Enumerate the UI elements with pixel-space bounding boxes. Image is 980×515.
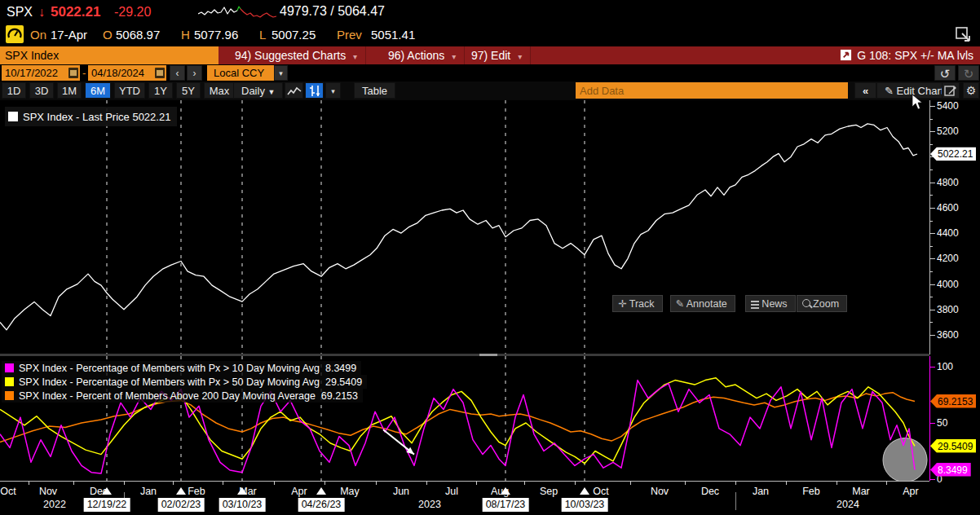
series-value-tag: 29.5409 xyxy=(930,439,976,453)
chart-toolbar: 1D3D1M6MYTD1Y5YMax Daily ▼ ▾ Table « ✎ E… xyxy=(0,81,980,100)
x-month-label: Oct xyxy=(0,486,15,497)
zoom-button[interactable]: Zoom xyxy=(797,295,847,312)
y-tick xyxy=(929,322,933,323)
chevron-down-icon: ▼ xyxy=(268,88,276,96)
lower-axis-spine xyxy=(929,356,930,481)
lower-legend-item-1[interactable]: SPX Index - Percentage of Members with P… xyxy=(2,361,361,375)
price-panel[interactable] xyxy=(0,100,929,354)
period-tab-5y[interactable]: 5Y xyxy=(176,82,201,99)
undo-button[interactable]: ↺ xyxy=(934,65,956,81)
y-tick xyxy=(929,297,933,297)
chevron-down-icon: ▾ xyxy=(353,52,357,61)
security-input[interactable] xyxy=(0,46,219,64)
bloomberg-terminal-window: SPX ↓ 5022.21 -29.20 4979.73 / 5064.47 O… xyxy=(0,0,980,515)
y-tick xyxy=(929,183,935,183)
range-separator: - xyxy=(82,67,86,79)
y-tick-label: 4000 xyxy=(937,279,959,290)
collapse-panel-button[interactable]: « xyxy=(854,82,876,99)
divider-handle[interactable] xyxy=(479,354,497,356)
period-tab-3d[interactable]: 3D xyxy=(29,82,54,99)
x-month-label: Jun xyxy=(393,486,409,497)
x-tick xyxy=(837,481,837,485)
event-date-box[interactable]: 02/02/23 xyxy=(158,498,205,512)
event-marker-icon[interactable] xyxy=(176,487,186,495)
event-marker-icon[interactable] xyxy=(316,487,326,495)
line-chart-type-button[interactable] xyxy=(285,82,303,99)
chevron-down-icon: ▾ xyxy=(452,52,456,61)
lower-legend-item-3[interactable]: SPX Index - Percent of Members Above 200… xyxy=(2,389,363,403)
panel-divider[interactable] xyxy=(0,354,929,356)
calendar-icon[interactable] xyxy=(155,68,165,78)
main-legend[interactable]: SPX Index - Last Price 5022.21 xyxy=(5,107,177,126)
event-date-box[interactable]: 03/10/23 xyxy=(219,498,266,512)
x-month-label: Nov xyxy=(651,486,669,497)
bid-ask: 4979.73 / 5064.47 xyxy=(280,4,385,19)
frequency-dropdown[interactable]: Daily ▼ xyxy=(233,82,283,99)
track-button[interactable]: ✛ Track xyxy=(612,295,663,312)
print-icon[interactable] xyxy=(955,26,973,46)
period-tab-1d[interactable]: 1D xyxy=(2,82,26,99)
x-year-label: 2022 xyxy=(43,499,66,510)
event-date-box[interactable]: 12/19/22 xyxy=(84,498,130,512)
period-tab-1m[interactable]: 1M xyxy=(57,82,82,99)
chart-type-caret-icon[interactable]: ▾ xyxy=(325,82,341,99)
y-tick xyxy=(929,284,935,285)
legend-swatch xyxy=(5,377,14,386)
event-date-box[interactable]: 08/17/23 xyxy=(483,498,529,512)
y-tick-label: 4200 xyxy=(937,253,959,264)
event-marker-icon[interactable] xyxy=(237,487,247,495)
news-button[interactable]: News xyxy=(745,295,796,312)
gear-icon[interactable]: ⚙ xyxy=(963,82,979,99)
on-label: On xyxy=(30,28,46,42)
chart-title: G 108: SPX +/- MA lvls xyxy=(840,46,973,64)
range-forward-button[interactable]: › xyxy=(187,65,202,81)
lower-legend-item-2[interactable]: SPX Index - Percentage of Members with P… xyxy=(2,375,367,389)
high-label: H xyxy=(181,28,190,42)
x-month-label: Jan xyxy=(140,486,157,497)
y-tick xyxy=(929,195,933,196)
chart-notes-icon[interactable] xyxy=(942,82,960,99)
event-marker-icon[interactable] xyxy=(501,487,510,495)
menu-item-suggestedcharts[interactable]: 94) Suggested Charts ▾ xyxy=(227,46,366,64)
table-button[interactable]: Table xyxy=(354,82,395,99)
y-tick-label: 4400 xyxy=(937,227,959,239)
period-tab-6m[interactable]: 6M xyxy=(85,82,111,99)
period-tab-1y[interactable]: 1Y xyxy=(148,82,173,99)
y-tick xyxy=(929,119,933,120)
x-tick xyxy=(376,481,377,485)
price-change: -29.20 xyxy=(114,5,151,20)
menu-bar: 94) Suggested Charts ▾96) Actions ▾97) E… xyxy=(0,46,980,64)
x-tick xyxy=(685,481,686,485)
redo-button[interactable]: ↻ xyxy=(958,65,979,81)
annotate-button[interactable]: ✎ Annotate xyxy=(670,295,735,312)
x-month-label: Oct xyxy=(593,486,608,497)
ticker-symbol: SPX xyxy=(7,5,33,20)
x-tick xyxy=(426,481,427,485)
event-marker-icon[interactable] xyxy=(102,487,112,495)
x-month-label: Jan xyxy=(753,486,769,497)
gauge-icon[interactable] xyxy=(6,25,24,43)
period-tab-ytd[interactable]: YTD xyxy=(114,82,145,99)
x-month-label: Apr xyxy=(291,486,307,497)
launch-icon[interactable] xyxy=(840,49,852,61)
quote-row: SPX ↓ 5022.21 -29.20 4979.73 / 5064.47 xyxy=(0,0,980,24)
circle-annotation xyxy=(883,438,927,481)
calendar-icon[interactable] xyxy=(68,68,78,78)
low-label: L xyxy=(259,28,266,42)
menu-item-edit[interactable]: 97) Edit ▾ xyxy=(463,46,531,64)
candlestick-chart-type-button[interactable] xyxy=(305,82,324,99)
series-value-tag: 69.2153 xyxy=(930,394,976,408)
year-separator xyxy=(735,492,736,510)
period-tab-max[interactable]: Max xyxy=(204,82,235,99)
event-marker-icon[interactable] xyxy=(580,487,589,495)
menu-item-actions[interactable]: 96) Actions ▾ xyxy=(380,46,465,64)
x-month-label: Feb xyxy=(802,486,820,497)
event-date-box[interactable]: 04/26/23 xyxy=(298,498,345,512)
currency-caret-icon[interactable]: ▾ xyxy=(274,65,288,81)
add-data-input[interactable] xyxy=(576,82,848,99)
y-tick xyxy=(929,479,935,480)
prev-label: Prev xyxy=(337,28,362,42)
range-back-button[interactable]: ‹ xyxy=(170,65,185,81)
y-tick-label: 5200 xyxy=(937,125,959,137)
event-date-box[interactable]: 10/03/23 xyxy=(562,498,608,512)
